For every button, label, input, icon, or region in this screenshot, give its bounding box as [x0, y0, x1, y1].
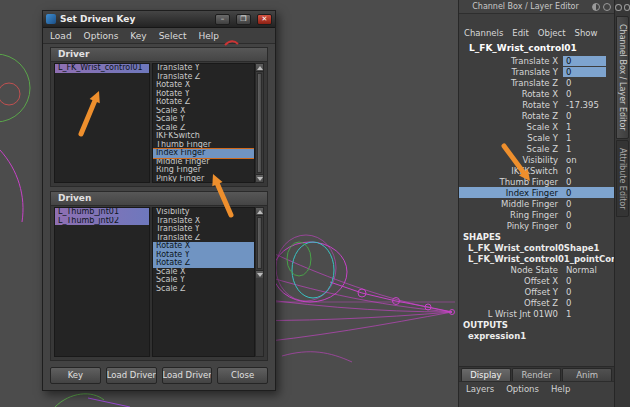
layer-editor-tab[interactable]: Render [512, 368, 562, 381]
channel-row[interactable]: Rotate Z 0 [459, 110, 614, 121]
channel-value[interactable]: 0 [563, 89, 614, 99]
channel-row[interactable]: Rotate Y -17.395 [459, 99, 614, 110]
channel-value[interactable]: 0 [563, 276, 614, 286]
driven-attribute-item[interactable]: Scale X [153, 268, 254, 277]
channel-row[interactable]: Rotate X 0 [459, 88, 614, 99]
menu-item[interactable]: Options [84, 31, 119, 41]
scroll-up-icon[interactable] [256, 64, 263, 72]
channel-name[interactable]: IKFKSwitch [459, 166, 563, 176]
channel-name[interactable]: OUTPUTS [459, 320, 513, 330]
layer-editor-tab[interactable]: Anim [562, 368, 612, 381]
channel-row[interactable]: Thumb Finger 0 [459, 176, 614, 187]
driver-attribute-item[interactable]: Ring Finger [153, 166, 254, 175]
channel-name[interactable]: Thumb Finger [459, 177, 563, 187]
channel-row[interactable]: Scale Y 1 [459, 132, 614, 143]
menu-item[interactable]: Key [130, 31, 146, 41]
channel-row[interactable]: Translate Y 0 [459, 66, 614, 77]
panel-circle-icon[interactable] [615, 4, 622, 11]
channel-value[interactable]: 0 [563, 166, 614, 176]
channel-row[interactable]: L_FK_Wrist_control0Shape1 [459, 242, 614, 253]
channel-value[interactable]: -17.395 [563, 100, 614, 110]
scroll-down-icon[interactable] [256, 270, 263, 278]
driven-attribute-item[interactable]: Scale Z [153, 285, 254, 294]
channel-row[interactable]: L Wrist Jnt 01W0 1 [459, 308, 614, 319]
driver-attribute-item[interactable]: Translate Y [153, 64, 254, 73]
channel-value[interactable]: 0 [563, 56, 606, 66]
channel-row[interactable]: Translate X 0 [459, 55, 614, 66]
driver-attribute-item[interactable]: Rotate X [153, 81, 254, 90]
driven-list-scrollbar[interactable] [255, 207, 264, 357]
channel-name[interactable]: SHAPES [459, 232, 506, 242]
layer-editor-menu-item[interactable]: Options [506, 384, 539, 394]
channel-value[interactable]: 1 [563, 309, 614, 319]
driver-attribute-item[interactable]: Middle Finger [153, 158, 254, 167]
channel-name[interactable]: Offset X [459, 276, 563, 286]
maximize-button[interactable]: ❒ [236, 14, 251, 25]
channel-name[interactable]: Node State [459, 265, 563, 275]
driver-attribute-item[interactable]: Scale Z [153, 124, 254, 133]
driven-attribute-item[interactable]: Translate Y [153, 225, 254, 234]
channel-row[interactable]: Ring Finger 0 [459, 209, 614, 220]
channel-name[interactable]: Rotate Z [459, 111, 563, 121]
driver-attribute-item[interactable]: Translate Z [153, 73, 254, 82]
channel-box-menu-item[interactable]: Edit [512, 28, 528, 38]
driven-object-item[interactable]: L_Thumb_jnt01 [55, 208, 149, 217]
driver-attribute-item[interactable]: Index Finger [153, 149, 254, 158]
driver-section-header[interactable]: Driver [51, 48, 267, 62]
channel-name[interactable]: Scale Y [459, 133, 563, 143]
scroll-down-icon[interactable] [256, 174, 263, 182]
channel-value[interactable]: 0 [563, 287, 614, 297]
channel-value[interactable]: 1 [563, 122, 614, 132]
channel-value[interactable]: 0 [563, 298, 614, 308]
channel-name[interactable]: L_FK_Wrist_control0Shape1 [459, 243, 614, 253]
tab-channel-box-layer-editor[interactable]: Channel Box / Layer Editor [616, 16, 629, 139]
channel-value[interactable]: 1 [563, 133, 614, 143]
scrollbar-thumb[interactable] [257, 217, 262, 269]
load-driver-button[interactable]: Load Driver [106, 367, 157, 384]
channel-row[interactable]: Pinky Finger 0 [459, 220, 614, 231]
driver-attribute-item[interactable]: Rotate Z [153, 98, 254, 107]
driver-attribute-item[interactable]: Scale X [153, 107, 254, 116]
scrollbar-thumb[interactable] [257, 73, 262, 173]
panel-menu-icon[interactable] [603, 3, 611, 11]
channel-name[interactable]: L Wrist Jnt 01W0 [459, 309, 563, 319]
menu-item[interactable]: Select [159, 31, 187, 41]
driven-section-header[interactable]: Driven [51, 192, 267, 206]
channel-row[interactable]: OUTPUTS [459, 319, 614, 330]
driven-attribute-item[interactable]: Scale Y [153, 276, 254, 285]
driver-attribute-item[interactable]: Pinky Finger [153, 175, 254, 184]
channel-value[interactable]: 0 [563, 67, 606, 77]
channel-row[interactable]: Offset Y 0 [459, 286, 614, 297]
panel-circle-icon[interactable] [624, 4, 630, 11]
channel-row[interactable]: Translate Z 0 [459, 77, 614, 88]
channel-value[interactable]: 0 [563, 199, 614, 209]
channel-value[interactable]: 0 [563, 188, 614, 198]
layer-editor-menu-item[interactable]: Layers [466, 384, 494, 394]
channel-row[interactable]: IKFKSwitch 0 [459, 165, 614, 176]
channel-name[interactable]: Ring Finger [459, 210, 563, 220]
channel-value[interactable]: 0 [563, 210, 614, 220]
channel-name[interactable]: L_FK_Wrist_control01_pointConst... [459, 254, 614, 264]
channel-name[interactable]: Middle Finger [459, 199, 563, 209]
channel-value[interactable]: 0 [563, 177, 614, 187]
channel-row[interactable]: Middle Finger 0 [459, 198, 614, 209]
channel-row[interactable]: SHAPES [459, 231, 614, 242]
channel-value[interactable]: 0 [563, 78, 614, 88]
channel-value[interactable]: on [563, 155, 614, 165]
close-button[interactable]: Close [217, 367, 268, 384]
channel-value[interactable]: Normal [563, 265, 614, 275]
tab-attribute-editor[interactable]: Attribute Editor [616, 140, 629, 218]
driven-object-item[interactable]: L_Thumb_jnt02 [55, 217, 149, 226]
driver-attribute-item[interactable]: Thumb Finger [153, 141, 254, 150]
channel-name[interactable]: Translate X [459, 56, 563, 66]
driver-attribute-item[interactable]: Scale Y [153, 115, 254, 124]
driven-attribute-item[interactable]: Rotate Y [153, 251, 254, 260]
driven-attribute-item[interactable]: Rotate X [153, 242, 254, 251]
channel-name[interactable]: Visibility [459, 155, 563, 165]
window-titlebar[interactable]: Set Driven Key – ❒ ✕ [43, 11, 275, 28]
channel-name[interactable]: Pinky Finger [459, 221, 563, 231]
channel-name[interactable]: Rotate Y [459, 100, 563, 110]
channel-name[interactable]: Translate Z [459, 78, 563, 88]
channel-row[interactable]: Scale Z 1 [459, 143, 614, 154]
selected-object-name[interactable]: L_FK_Wrist_control01 [459, 40, 614, 55]
